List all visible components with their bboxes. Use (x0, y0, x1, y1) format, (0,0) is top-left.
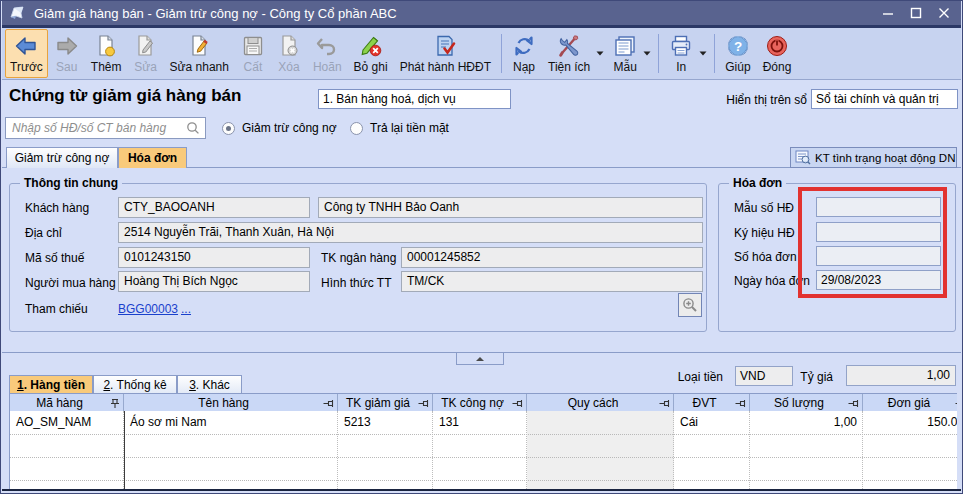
toolbar-button-label: Đóng (763, 59, 792, 75)
red-highlight-annotation (798, 187, 947, 298)
grid-column-header-4[interactable]: TK công nợ (433, 394, 527, 412)
currency-field[interactable]: VND (735, 366, 793, 386)
pin-column-icon[interactable] (659, 399, 671, 408)
toolbar-button-giup[interactable]: ?Giúp (720, 29, 755, 78)
invoice-template-label: Mẫu số HĐ (734, 201, 794, 215)
collapse-button[interactable] (456, 353, 504, 365)
grid-cell-1-6[interactable]: Cái (674, 411, 750, 434)
grid-column-header-2[interactable]: Tên hàng (124, 394, 338, 412)
payment-method-field[interactable]: TM/CK (401, 271, 703, 292)
toolbar-button-label: In (676, 59, 686, 75)
pin-column-icon[interactable] (323, 399, 335, 408)
minimize-button[interactable] (877, 2, 899, 24)
grid-column-title: Mã hàng (10, 395, 109, 411)
grid-cell-1-8[interactable]: 150.00 (863, 411, 957, 434)
toolbar-button-sua-nhanh[interactable]: Sửa nhanh (164, 29, 233, 78)
grid-horizontal-line (10, 480, 957, 481)
toolbar-button-dong[interactable]: Đóng (758, 29, 797, 78)
tab-hoa-don[interactable]: Hóa đơn (118, 147, 187, 168)
customer-code-field[interactable]: CTY_BAOOANH (118, 197, 310, 218)
pin-column-icon[interactable] (512, 399, 524, 408)
tax-code-field[interactable]: 0101243150 (118, 247, 310, 268)
reference-more-link[interactable]: ... (181, 302, 191, 316)
kt-status-button[interactable]: KT tình trạng hoạt động DN (790, 147, 957, 168)
radio-circle[interactable] (222, 122, 235, 135)
toolbar-button-phat-hanh-hddt[interactable]: Phát hành HĐĐT (395, 29, 496, 78)
tab-giam-tru-cong-no[interactable]: Giảm trừ công nợ (6, 147, 118, 168)
toolbar-button-label: Bỏ ghi (354, 59, 388, 75)
power-icon (765, 33, 789, 59)
grid-cell-1-1[interactable]: AO_SM_NAM (10, 411, 124, 434)
radio-giam-tru-cong-no[interactable]: Giảm trừ công nợ (222, 121, 337, 135)
close-button[interactable] (933, 2, 955, 24)
zoom-button[interactable] (678, 293, 702, 317)
grid-column-title: ĐVT (674, 395, 735, 411)
toolbar-button-them[interactable]: Thêm (86, 29, 127, 78)
radio-tra-lai-tien-mat[interactable]: Trả lại tiền mặt (350, 121, 449, 135)
search-input[interactable]: Nhập số HĐ/số CT bán hàng (5, 117, 206, 139)
doc-type-combo[interactable]: 1. Bán hàng hoá, dịch vụ (318, 89, 511, 109)
toolbar-button-truoc[interactable]: Trước (5, 29, 48, 78)
toolbar-dropdown-in[interactable] (699, 28, 710, 79)
tab-hang-tien[interactable]: 1. Hàng tiền (9, 375, 93, 394)
maximize-button[interactable] (905, 2, 927, 24)
tab-khac[interactable]: 3. Khác (177, 375, 242, 394)
customer-label: Khách hàng (25, 201, 89, 215)
arrow-left-icon (14, 33, 38, 59)
toolbar: TrướcSauThêmSửaSửa nhanhCấtXóaHoãnBỏ ghi… (2, 28, 961, 80)
grid-column-header-3[interactable]: TK giảm giá (338, 394, 433, 412)
toolbar-dropdown-tien-ich[interactable] (596, 28, 607, 79)
toolbar-button-in[interactable]: In (664, 29, 698, 78)
search-icon[interactable] (186, 121, 205, 135)
toolbar-button-label: Sau (56, 59, 77, 75)
address-label: Địa chỉ (25, 226, 62, 240)
toolbar-group-cat: Cất (235, 28, 271, 79)
pin-column-icon[interactable] (418, 399, 430, 408)
toolbar-button-label: Thêm (91, 59, 122, 75)
toolbar-button-nap[interactable]: Nạp (507, 29, 541, 78)
grid-cell-1-2[interactable]: Áo sơ mi Nam (124, 411, 338, 434)
address-field[interactable]: 2514 Nguyễn Trãi, Thanh Xuân, Hà Nội (118, 222, 703, 243)
grid-column-header-6[interactable]: ĐVT (674, 394, 750, 412)
radio-circle[interactable] (350, 122, 363, 135)
grid-column-title: Quy cách (527, 395, 659, 411)
toolbar-group-sua-nhanh: Sửa nhanh (163, 28, 234, 79)
app-icon (9, 5, 25, 21)
window-title: Giảm giá hàng bán - Giảm trừ công nợ - C… (34, 6, 397, 21)
grid-cell-1-3[interactable]: 5213 (338, 411, 433, 434)
grid-horizontal-line (10, 434, 957, 435)
toolbar-button-xoa: Xóa (272, 29, 306, 78)
radio-label: Giảm trừ công nợ (242, 121, 337, 135)
bank-account-field[interactable]: 00001245852 (401, 247, 703, 268)
pin-column-icon[interactable] (735, 399, 747, 408)
toolbar-button-label: Sửa nhanh (169, 59, 228, 75)
grid-column-header-7[interactable]: Số lượng (750, 394, 863, 412)
toolbar-group-hoan: Hoãn (307, 28, 348, 79)
grid-cell-1-7[interactable]: 1,00 (750, 411, 863, 434)
save-gray-icon (241, 33, 265, 59)
toolbar-group-sau: Sau (49, 28, 85, 79)
rate-field[interactable]: 1,00 (846, 365, 956, 386)
page-title: Chứng từ giảm giá hàng bán (9, 86, 241, 106)
grid-cell-1-4[interactable]: 131 (433, 411, 527, 434)
tab-thong-ke[interactable]: 2. Thống kê (93, 375, 177, 394)
toolbar-button-bo-ghi[interactable]: Bỏ ghi (349, 29, 393, 78)
pin-column-icon-pinned[interactable] (109, 398, 121, 409)
magnifier-plus-icon (682, 297, 698, 313)
grid-column-header-5[interactable]: Quy cách (527, 394, 674, 412)
toolbar-dropdown-mau[interactable] (643, 28, 654, 79)
toolbar-group-them: Thêm (85, 28, 128, 79)
toolbar-button-mau[interactable]: Mẫu (608, 29, 642, 78)
toolbar-separator (714, 34, 715, 73)
grid-column-header-1[interactable]: Mã hàng (10, 394, 124, 412)
toolbar-group-phat-hanh-hddt: Phát hành HĐĐT (394, 28, 497, 79)
group-general-legend: Thông tin chung (20, 176, 122, 190)
buyer-field[interactable]: Hoàng Thị Bích Ngọc (118, 271, 310, 292)
pin-column-icon[interactable] (955, 399, 957, 408)
grid-column-header-8[interactable]: Đơn giá (863, 394, 957, 412)
display-on-book-combo[interactable]: Sổ tài chính và quản trị (811, 89, 958, 109)
reference-link[interactable]: BGG00003 (118, 302, 178, 316)
toolbar-button-tien-ich[interactable]: Tiện ích (543, 29, 595, 78)
customer-name-field[interactable]: Công ty TNHH Bảo Oanh (318, 197, 703, 218)
pin-column-icon[interactable] (848, 399, 860, 408)
